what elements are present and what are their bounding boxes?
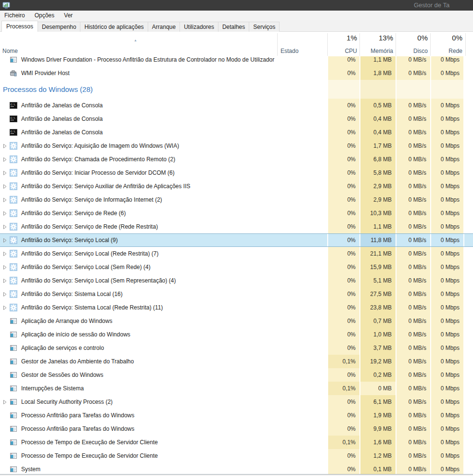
expand-chevron-icon[interactable] — [3, 238, 10, 243]
process-row[interactable]: Anfitrião do Serviço: Serviço de Rede (R… — [0, 220, 473, 233]
expand-chevron-icon[interactable] — [3, 170, 10, 176]
status-cell — [277, 449, 327, 463]
expand-chevron-icon[interactable] — [3, 305, 10, 310]
status-cell — [277, 395, 327, 409]
row-tail — [464, 355, 473, 368]
process-row[interactable]: Anfitrião do Serviço: Serviço Auxiliar d… — [0, 180, 473, 193]
menu-opcoes[interactable]: Opções — [30, 11, 59, 20]
expand-chevron-icon[interactable] — [3, 278, 10, 283]
menu-ficheiro[interactable]: Ficheiro — [0, 11, 30, 20]
service-gear-icon — [10, 155, 17, 163]
expand-chevron-icon[interactable] — [3, 197, 10, 203]
process-name: Local Security Authority Process (2) — [21, 399, 113, 405]
expand-chevron-icon[interactable] — [3, 292, 10, 297]
process-row[interactable]: Anfitrião do Serviço: Sistema Local (16)… — [0, 287, 473, 301]
group-header-row[interactable]: Processos do Windows (28) — [0, 80, 473, 99]
process-row[interactable]: Anfitrião do Serviço: Serviço de Rede (6… — [0, 206, 473, 220]
column-header-nome[interactable]: Nome — [2, 48, 18, 54]
process-row[interactable]: Gestor de Janelas do Ambiente do Trabalh… — [0, 355, 473, 368]
memory-cell: 1,1 MB — [359, 56, 396, 66]
memory-cell: 5,1 MB — [359, 274, 396, 287]
status-cell — [277, 80, 327, 99]
cpu-cell: 0% — [327, 314, 359, 328]
process-row[interactable]: WMI Provider Host0%1,8 MB0 MB/s0 Mbps — [0, 66, 473, 80]
process-row[interactable]: Anfitrião do Serviço: Sistema Local (Red… — [0, 301, 473, 314]
window-app-icon — [10, 385, 17, 392]
column-header-memoria[interactable]: Memória — [359, 48, 393, 54]
status-cell — [277, 355, 327, 368]
process-name: Anfitrião do Serviço: Serviço de Rede (6… — [21, 210, 126, 217]
process-row[interactable]: Anfitrião do Serviço: Serviço de Informa… — [0, 193, 473, 206]
process-row[interactable]: Aplicação de Arranque do Windows0%0,7 MB… — [0, 314, 473, 328]
expand-chevron-icon[interactable] — [3, 157, 10, 162]
process-row[interactable]: Processo Anfitrião para Tarefas do Windo… — [0, 422, 473, 436]
memory-cell: 11,8 MB — [359, 234, 396, 246]
process-row[interactable]: Aplicação de início de sessão do Windows… — [0, 328, 473, 341]
status-cell — [277, 56, 327, 66]
process-name: Anfitrião do Serviço: Serviço Local (Sem… — [21, 264, 151, 270]
process-row[interactable]: Processo de Tempo de Execução de Servido… — [0, 436, 473, 449]
process-name: Anfitrião do Serviço: Serviço Local (9) — [21, 237, 118, 244]
row-tail — [464, 139, 473, 153]
process-row[interactable]: Anfitrião do Serviço: Chamada de Procedi… — [0, 153, 473, 166]
cpu-cell: 0,1% — [327, 355, 359, 368]
process-row[interactable]: Windows Driver Foundation - Processo Anf… — [0, 56, 473, 66]
tab-historico-de-aplicacoes[interactable]: Histórico de aplicações — [80, 22, 148, 32]
process-row[interactable]: C:\Anfitrião de Janelas de Consola0%0,4 … — [0, 126, 473, 139]
process-row[interactable]: Anfitrião do Serviço: Iniciar Processo d… — [0, 166, 473, 180]
expand-chevron-icon[interactable] — [3, 265, 10, 270]
process-row[interactable]: C:\Anfitrião de Janelas de Consola0%0,4 … — [0, 112, 473, 126]
cpu-cell: 0,1% — [327, 436, 359, 449]
network-cell: 0 Mbps — [430, 247, 464, 260]
status-cell — [277, 409, 327, 422]
disk-cell: 0 MB/s — [396, 153, 430, 166]
process-row[interactable]: Anfitrião do Serviço: Serviço Local (Sem… — [0, 260, 473, 274]
tab-utilizadores[interactable]: Utilizadores — [179, 22, 218, 32]
process-row[interactable]: Anfitrião do Serviço: Serviço Local (Sem… — [0, 274, 473, 287]
expand-chevron-icon[interactable] — [3, 224, 10, 230]
column-header-rede[interactable]: Rede — [431, 48, 462, 54]
toolbox-icon — [10, 69, 17, 77]
process-name: Anfitrião do Serviço: Iniciar Processo d… — [21, 169, 175, 176]
tab-processos[interactable]: Processos — [1, 21, 38, 32]
process-row[interactable]: Aplicação de serviços e controlo0%3,7 MB… — [0, 341, 473, 355]
process-row[interactable]: Interrupções de Sistema0,1%0 MB0 MB/s0 M… — [0, 382, 473, 395]
disk-cell: 0 MB/s — [396, 126, 430, 139]
process-row[interactable]: Processo Anfitrião para Tarefas do Windo… — [0, 409, 473, 422]
expand-chevron-icon[interactable] — [3, 211, 10, 216]
expand-chevron-icon[interactable] — [3, 399, 10, 405]
column-separator — [277, 33, 278, 56]
process-row[interactable]: Anfitrião do Serviço: Aquisição de Image… — [0, 139, 473, 153]
row-tail — [464, 247, 473, 260]
process-name: Interrupções de Sistema — [21, 385, 84, 392]
cpu-cell: 0% — [327, 126, 359, 139]
network-cell: 0 Mbps — [430, 180, 464, 193]
network-total-percent: 0% — [431, 34, 462, 42]
process-row[interactable]: Gestor de Sessões do Windows0%0,2 MB0 MB… — [0, 368, 473, 382]
column-header-disco[interactable]: Disco — [396, 48, 428, 54]
tab-desempenho[interactable]: Desempenho — [38, 22, 80, 32]
name-cell: Anfitrião do Serviço: Serviço Local (9) — [0, 234, 277, 246]
row-tail — [464, 449, 473, 463]
column-header-cpu[interactable]: CPU — [328, 48, 357, 54]
column-header-estado[interactable]: Estado — [281, 48, 298, 54]
expand-chevron-icon[interactable] — [3, 184, 10, 189]
expand-chevron-icon[interactable] — [3, 143, 10, 149]
process-name: Gestor de Janelas do Ambiente do Trabalh… — [21, 358, 134, 365]
tab-servicos[interactable]: Serviços — [249, 22, 280, 32]
process-row[interactable]: Anfitrião do Serviço: Serviço Local (9)0… — [0, 233, 473, 247]
tab-arranque[interactable]: Arranque — [148, 22, 180, 32]
row-tail — [464, 287, 473, 301]
tab-detalhes[interactable]: Detalhes — [218, 22, 249, 32]
row-tail — [464, 66, 473, 80]
cpu-cell: 0% — [327, 193, 359, 206]
expand-chevron-icon[interactable] — [3, 251, 10, 257]
process-row[interactable]: C:\Anfitrião de Janelas de Consola0%0,5 … — [0, 99, 473, 112]
menu-ver[interactable]: Ver — [59, 11, 77, 20]
process-row[interactable]: Processo de Tempo de Execução de Servido… — [0, 449, 473, 463]
process-name: Aplicação de Arranque do Windows — [21, 318, 112, 324]
process-row[interactable]: Local Security Authority Process (2)0%6,… — [0, 395, 473, 409]
process-row[interactable]: Anfitrião do Serviço: Serviço Local (Red… — [0, 247, 473, 260]
process-name: Anfitrião do Serviço: Sistema Local (16) — [21, 291, 123, 297]
status-cell — [277, 260, 327, 274]
